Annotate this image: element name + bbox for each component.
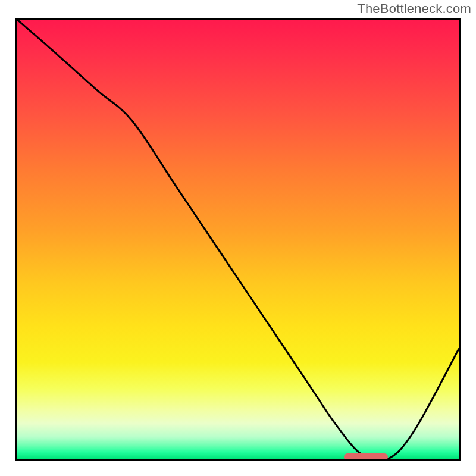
- bottleneck-curve-line: [17, 20, 459, 459]
- watermark-text: TheBottleneck.com: [357, 1, 471, 17]
- optimal-range-marker: [344, 453, 388, 461]
- chart-area: [15, 18, 461, 461]
